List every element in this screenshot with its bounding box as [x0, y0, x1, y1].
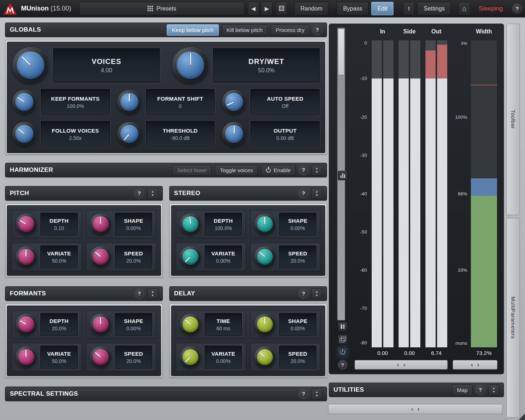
knob-pointer — [257, 316, 273, 332]
presets-button[interactable]: Presets — [79, 2, 245, 15]
spectral-presets-arrows-button[interactable]: ▴▾ — [311, 388, 322, 400]
settings-button[interactable]: Settings — [417, 2, 451, 15]
harmonizer-enable-button[interactable]: Enable — [261, 165, 296, 176]
pitch-depth-knob[interactable] — [16, 214, 37, 235]
delay-time-display[interactable]: TIME60 ms — [205, 313, 242, 336]
delay-speed-knob[interactable] — [254, 347, 275, 368]
utilities-scrollbar[interactable]: ‹ › — [328, 404, 502, 414]
select-lower-button[interactable]: Select lower — [172, 165, 212, 176]
keep-below-pitch-button[interactable]: Keep below pitch — [167, 24, 218, 36]
output-display[interactable]: OUTPUT 0.00 dB — [250, 121, 320, 148]
bypass-button[interactable]: Bypass — [337, 2, 368, 15]
stereo-presets-arrows-button[interactable]: ▴▾ — [311, 188, 322, 199]
toggle-voices-button[interactable]: Toggle voices — [215, 165, 258, 176]
follow-voices-display[interactable]: FOLLOW VOICES 2.50x — [41, 121, 110, 148]
dry-wet-knob[interactable] — [172, 47, 209, 84]
stereo-shape-display[interactable]: SHAPE0.00% — [279, 213, 316, 236]
help-button[interactable]: ? — [512, 4, 522, 13]
formants-speed-display[interactable]: SPEED20.0% — [115, 346, 152, 369]
output-knob[interactable] — [222, 122, 246, 146]
chevron-down-icon: ▾ — [316, 170, 318, 174]
kill-below-pitch-button[interactable]: Kill below pitch — [222, 24, 268, 36]
delay-shape-display[interactable]: SHAPE0.00% — [279, 313, 316, 336]
delay-time-knob[interactable] — [180, 314, 201, 335]
edit-label: Edit — [377, 5, 388, 12]
edit-button[interactable]: Edit — [371, 2, 394, 15]
threshold-knob[interactable] — [117, 122, 141, 146]
harmonizer-help-button[interactable]: ? — [299, 165, 308, 175]
stereo-help-button[interactable]: ? — [299, 189, 308, 198]
voices-display[interactable]: VOICES 4.00 — [53, 48, 160, 83]
pitch-presets-arrows-button[interactable]: ▴▾ — [147, 188, 158, 199]
analyzer-button[interactable] — [338, 171, 347, 180]
resize-handle[interactable] — [518, 413, 525, 420]
pitch-help-button[interactable]: ? — [134, 189, 144, 198]
pitch-speed-display[interactable]: SPEED20.0% — [115, 245, 152, 268]
threshold-display[interactable]: THRESHOLD -80.0 dB — [146, 121, 215, 148]
follow-voices-knob[interactable] — [12, 122, 36, 146]
delay-help-button[interactable]: ? — [299, 289, 308, 299]
spectral-help-button[interactable]: ? — [299, 389, 308, 399]
voices-knob[interactable] — [12, 47, 49, 84]
next-preset-button[interactable]: ▶ — [261, 2, 272, 15]
notifications-button[interactable]: ! — [403, 2, 415, 15]
formants-shape-display[interactable]: SHAPE0.00% — [115, 313, 152, 336]
map-button[interactable]: Map — [452, 384, 473, 396]
delay-presets-arrows-button[interactable]: ▴▾ — [311, 288, 322, 299]
formant-shift-display[interactable]: FORMANT SHIFT 0 — [146, 89, 215, 116]
param-value: -80.0 dB — [171, 135, 190, 141]
formants-variate-display[interactable]: VARIATE50.0% — [40, 346, 78, 369]
formants-depth-display[interactable]: DEPTH20.0% — [40, 313, 78, 336]
toolbar-strip[interactable]: Toolbar — [506, 24, 520, 215]
stereo-speed-knob[interactable] — [254, 246, 275, 267]
harmonizer-presets-arrows-button[interactable]: ▴▾ — [311, 165, 322, 176]
utilities-presets-arrows-button[interactable]: ▴▾ — [488, 384, 499, 396]
delay-variate-display[interactable]: VARIATE0.00% — [205, 346, 242, 369]
previous-preset-button[interactable]: ◀ — [248, 2, 259, 15]
stereo-shape-knob[interactable] — [254, 214, 275, 235]
meters-help-button[interactable]: ? — [338, 360, 347, 369]
slider-thumb[interactable] — [338, 29, 344, 75]
randomize-dice-button[interactable]: ⚄ — [276, 2, 287, 15]
formants-shape-knob[interactable] — [90, 314, 111, 335]
formants-depth-knob[interactable] — [16, 314, 37, 335]
process-dry-button[interactable]: Process dry — [271, 24, 310, 36]
formants-speed-knob[interactable] — [90, 347, 111, 368]
auto-speed-knob[interactable] — [222, 90, 246, 114]
random-button[interactable]: Random — [294, 2, 328, 15]
formants-help-button[interactable]: ? — [134, 289, 144, 299]
in-meter-label: In — [368, 28, 397, 35]
pitch-depth-display[interactable]: DEPTH0.10 — [40, 213, 78, 236]
width-scrollbar[interactable]: ‹ › — [453, 360, 497, 369]
stereo-speed-display[interactable]: SPEED20.0% — [279, 245, 316, 268]
keep-formants-knob[interactable] — [12, 90, 36, 114]
stereo-depth-knob[interactable] — [180, 214, 201, 235]
home-button[interactable]: ⌂ — [459, 2, 470, 15]
meters-power-button[interactable] — [338, 347, 347, 357]
formants-presets-arrows-button[interactable]: ▴▾ — [147, 288, 158, 299]
pitch-variate-knob[interactable] — [16, 246, 37, 267]
delay-speed-display[interactable]: SPEED20.0% — [279, 346, 316, 369]
popup-window-button[interactable] — [338, 335, 347, 344]
utilities-help-button[interactable]: ? — [476, 385, 485, 395]
pitch-shape-display[interactable]: SHAPE0.00% — [115, 213, 152, 236]
delay-variate-knob[interactable] — [180, 347, 201, 368]
meters-scrollbar[interactable]: ‹ › — [355, 360, 448, 369]
pitch-speed-knob[interactable] — [90, 246, 111, 267]
delay-shape-knob[interactable] — [254, 314, 275, 335]
stereo-depth-display[interactable]: DEPTH100.0% — [205, 213, 242, 236]
stereo-variate-display[interactable]: VARIATE0.00% — [205, 245, 242, 268]
multiparameters-strip[interactable]: MultiParameters — [506, 218, 520, 417]
keep-formants-display[interactable]: KEEP FORMANTS 100.0% — [41, 89, 110, 116]
dry-wet-display[interactable]: DRY/WET 50.0% — [213, 48, 320, 83]
pitch-variate-display[interactable]: VARIATE50.0% — [40, 245, 78, 268]
pause-meters-button[interactable] — [338, 322, 347, 331]
sleeping-button[interactable]: Sleeping — [473, 2, 509, 15]
stereo-variate-knob[interactable] — [180, 246, 201, 267]
formant-shift-knob[interactable] — [117, 90, 141, 114]
globals-help-button[interactable]: ? — [312, 25, 322, 35]
formants-variate-knob[interactable] — [16, 347, 37, 368]
auto-speed-display[interactable]: AUTO SPEED Off — [250, 89, 320, 116]
pitch-shape-knob[interactable] — [90, 214, 111, 235]
knob-cap — [182, 349, 198, 365]
